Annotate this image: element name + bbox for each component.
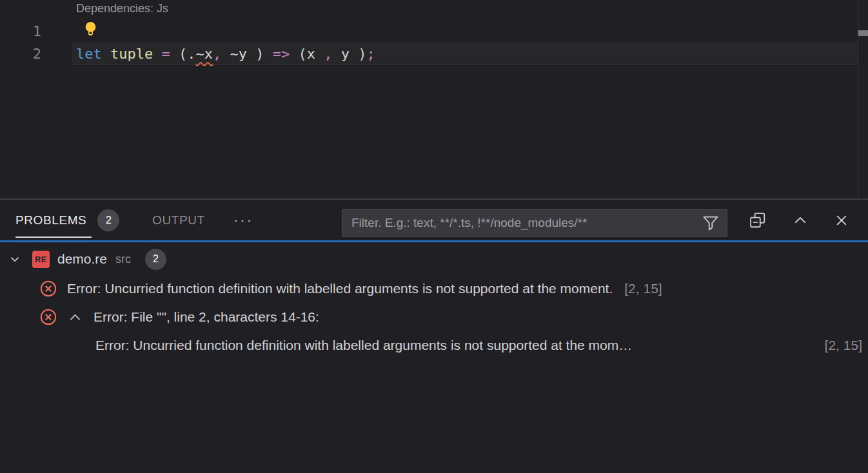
tab-output-label: OUTPUT (152, 213, 205, 227)
close-panel-button[interactable] (833, 212, 850, 229)
reason-file-icon: RE (32, 251, 50, 268)
problems-count-badge: 2 (97, 209, 119, 231)
line-number-2: 2 (26, 43, 41, 65)
code-token: y ) (332, 46, 366, 62)
problem-row[interactable]: Error: Uncurried function definition wit… (0, 275, 868, 303)
code-line[interactable]: let tuple = (.~x, ~y ) => (x , y ); (76, 43, 375, 65)
filter-container (342, 209, 727, 237)
codelens-link[interactable]: Dependencies: Js (76, 2, 168, 15)
chevron-down-icon[interactable] (8, 252, 22, 266)
file-name: demo.re (57, 251, 107, 267)
vscode-window: Dependencies: Js 1 2 let tuple = (.~x, ~… (0, 0, 868, 473)
code-token: tuple (110, 46, 153, 62)
code-token: (x (290, 46, 324, 62)
problem-row[interactable]: Error: File "", line 2, characters 14-16… (0, 303, 868, 331)
code-token: let (76, 46, 102, 62)
tab-output[interactable]: OUTPUT (152, 200, 205, 240)
panel-header: PROBLEMS 2 OUTPUT ··· (0, 200, 868, 240)
code-token (264, 46, 272, 62)
code-token (170, 46, 179, 62)
code-token: ; (366, 46, 375, 62)
file-problem-count-badge: 2 (145, 249, 166, 270)
line-number-1: 1 (26, 20, 41, 43)
code-token: ~y ) (221, 46, 264, 62)
collapse-message-chevron-icon[interactable] (67, 309, 83, 325)
maximize-panel-button[interactable] (792, 212, 809, 229)
code-token: (. (179, 46, 196, 62)
problem-message: Error: Uncurried function definition wit… (95, 338, 632, 353)
code-token (102, 46, 110, 62)
editor-pane[interactable]: Dependencies: Js 1 2 let tuple = (.~x, ~… (0, 0, 868, 198)
filter-input[interactable] (342, 216, 695, 230)
tab-problems-label: PROBLEMS (15, 213, 86, 227)
code-token: = (161, 46, 170, 62)
problem-message: Error: File "", line 2, characters 14-16… (94, 309, 319, 325)
lightbulb-icon[interactable] (83, 21, 99, 38)
problems-content: RE demo.re src 2 Error: Uncurried functi… (0, 242, 868, 473)
file-path: src (115, 253, 131, 266)
error-icon (39, 280, 57, 298)
problem-message: Error: Uncurried function definition wit… (67, 281, 613, 296)
code-token: => (273, 46, 290, 62)
problem-row-continuation[interactable]: Error: Uncurried function definition wit… (0, 331, 868, 360)
error-icon (39, 308, 57, 326)
active-tab-underline (15, 236, 92, 238)
code-token (153, 46, 161, 62)
collapse-all-button[interactable] (749, 212, 766, 229)
problem-position: [2, 15] (825, 338, 862, 353)
code-token: , (213, 46, 221, 62)
tab-problems[interactable]: PROBLEMS 2 (15, 200, 119, 240)
problem-position: [2, 15] (624, 281, 662, 296)
file-row[interactable]: RE demo.re src 2 (0, 246, 868, 272)
filter-funnel-icon[interactable] (702, 215, 719, 231)
scrollbar-thumb[interactable] (858, 30, 868, 36)
code-token: , (324, 46, 332, 62)
code-token: ~x (195, 46, 213, 62)
more-actions-icon[interactable]: ··· (233, 200, 253, 240)
